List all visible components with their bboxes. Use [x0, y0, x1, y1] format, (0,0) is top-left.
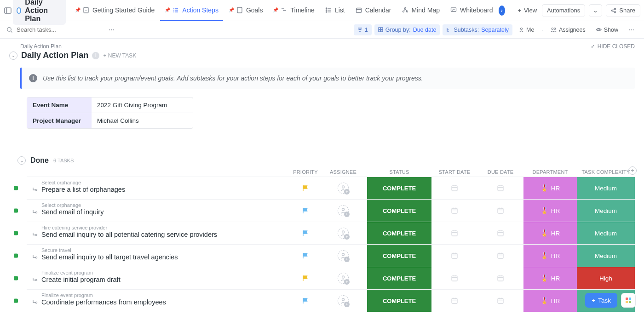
col-department[interactable]: DEPARTMENT	[523, 167, 577, 177]
col-start-date[interactable]: START DATE	[431, 167, 477, 177]
table-row[interactable]: Select orphanage Send email of inquiry C…	[27, 200, 635, 222]
search-more-icon[interactable]: ⋯	[105, 23, 118, 36]
fab-apps-button[interactable]	[621, 293, 636, 308]
status-cell[interactable]: COMPLETE	[367, 290, 431, 312]
status-square-icon	[14, 276, 18, 281]
status-cell[interactable]: COMPLETE	[367, 222, 431, 244]
assignees-chip[interactable]: Assignees	[547, 24, 589, 35]
me-chip[interactable]: Me	[515, 24, 538, 35]
assignee-placeholder-icon	[338, 295, 349, 306]
complexity-cell[interactable]: Medium	[577, 245, 635, 267]
fab-task-button[interactable]: + Task	[585, 293, 617, 308]
status-cell[interactable]: COMPLETE	[367, 245, 431, 267]
tabs-scroll-right-icon[interactable]: ›	[499, 6, 505, 16]
department-cell[interactable]: 🎖️HR	[523, 222, 577, 244]
status-cell[interactable]: COMPLETE	[367, 200, 431, 222]
tab-calendar[interactable]: Calendar	[351, 0, 396, 21]
department-cell[interactable]: 🎖️HR	[523, 177, 577, 199]
due-date-cell[interactable]	[477, 267, 523, 289]
start-date-cell[interactable]	[431, 290, 477, 312]
department-cell[interactable]: 🎖️HR	[523, 200, 577, 222]
hide-closed-button[interactable]: ✓ HIDE CLOSED	[591, 43, 635, 50]
priority-cell[interactable]	[292, 200, 319, 222]
assignee-cell[interactable]	[319, 290, 367, 312]
complexity-cell[interactable]: Medium	[577, 177, 635, 199]
assignee-cell[interactable]	[319, 177, 367, 199]
due-date-cell[interactable]	[477, 222, 523, 244]
department-cell[interactable]: 🎖️HR	[523, 290, 577, 312]
due-date-cell[interactable]	[477, 200, 523, 222]
assignee-cell[interactable]	[319, 245, 367, 267]
sidebar-toggle-icon[interactable]	[4, 4, 12, 17]
tab-getting-started[interactable]: 📌 Getting Started Guide	[70, 0, 159, 21]
share-button[interactable]: Share	[606, 4, 640, 17]
tab-action-steps[interactable]: 📌 Action Steps	[160, 0, 223, 21]
status-cell[interactable]: COMPLETE	[367, 267, 431, 289]
collapse-section-icon[interactable]: ⌄	[9, 52, 17, 60]
svg-rect-58	[498, 208, 503, 213]
assignee-cell[interactable]	[319, 222, 367, 244]
priority-cell[interactable]	[292, 267, 319, 289]
show-chip[interactable]: Show	[592, 24, 622, 35]
more-options-icon[interactable]: ⋯	[625, 23, 638, 36]
collapse-group-icon[interactable]: ⌄	[17, 156, 26, 165]
tab-whiteboard[interactable]: Whiteboard	[445, 0, 498, 21]
table-row[interactable]: Hire catering service provider Send emai…	[27, 222, 635, 245]
new-task-link[interactable]: + NEW TASK	[103, 52, 136, 59]
assignee-cell[interactable]	[319, 267, 367, 289]
complexity-cell[interactable]: High	[577, 267, 635, 289]
priority-cell[interactable]	[292, 245, 319, 267]
groupby-chip[interactable]: Group by: Due date	[374, 24, 440, 35]
chevron-down-icon: ⌄	[593, 7, 598, 14]
start-date-cell[interactable]	[431, 245, 477, 267]
due-date-cell[interactable]	[477, 177, 523, 199]
table-row[interactable]: Finalize event program Coordinate perfor…	[27, 290, 635, 312]
list-title-chip[interactable]: Daily Action Plan	[13, 0, 66, 25]
table-row[interactable]: Select orphanage Prepare a list of orpha…	[27, 177, 635, 200]
automations-dropdown[interactable]: ⌄	[589, 4, 602, 17]
table-row[interactable]: Secure travel Send email inquiry to all …	[27, 245, 635, 267]
new-task-row[interactable]: + New task	[27, 312, 635, 315]
info-icon[interactable]: i	[92, 52, 99, 59]
status-cell[interactable]: COMPLETE	[367, 177, 431, 199]
parent-task-label[interactable]: Finalize event program	[32, 292, 93, 298]
complexity-cell[interactable]: Medium	[577, 200, 635, 222]
add-column-icon[interactable]: +	[628, 166, 637, 175]
start-date-cell[interactable]	[431, 267, 477, 289]
due-date-cell[interactable]	[477, 245, 523, 267]
start-date-cell[interactable]	[431, 200, 477, 222]
subtasks-chip[interactable]: Subtasks: Separately	[443, 24, 512, 35]
col-assignee[interactable]: ASSIGNEE	[319, 167, 367, 177]
complexity-cell[interactable]: Medium	[577, 222, 635, 244]
medal-icon: 🎖️	[540, 252, 548, 259]
priority-cell[interactable]	[292, 290, 319, 312]
tab-goals[interactable]: 📌 Goals	[224, 0, 268, 21]
department-cell[interactable]: 🎖️HR	[523, 245, 577, 267]
tab-mind-map[interactable]: Mind Map	[397, 0, 444, 21]
parent-task-label[interactable]: Finalize event program	[32, 270, 93, 275]
add-view-button[interactable]: + View	[513, 4, 542, 17]
col-due-date[interactable]: DUE DATE	[477, 167, 523, 177]
col-complexity[interactable]: TASK COMPLEXITY	[577, 167, 635, 177]
search-input[interactable]	[17, 26, 99, 33]
plus-icon: +	[518, 7, 522, 14]
department-cell[interactable]: 🎖️HR	[523, 267, 577, 289]
parent-task-label[interactable]: Hire catering service provider	[32, 225, 107, 230]
table-row[interactable]: Finalize event program Create initial pr…	[27, 267, 635, 290]
automations-button[interactable]: Automations	[542, 4, 585, 17]
start-date-cell[interactable]	[431, 222, 477, 244]
parent-task-label[interactable]: Secure travel	[32, 247, 71, 253]
breadcrumb[interactable]: Daily Action Plan	[20, 43, 62, 50]
parent-task-label[interactable]: Select orphanage	[32, 202, 81, 208]
priority-cell[interactable]	[292, 222, 319, 244]
parent-task-label[interactable]: Select orphanage	[32, 180, 81, 185]
tab-timeline[interactable]: 📌 Timeline	[268, 0, 319, 21]
filter-count-chip[interactable]: 1	[354, 24, 372, 35]
start-date-cell[interactable]	[431, 177, 477, 199]
due-date-cell[interactable]	[477, 290, 523, 312]
tab-list[interactable]: List	[320, 0, 350, 21]
priority-cell[interactable]	[292, 177, 319, 199]
assignee-cell[interactable]	[319, 200, 367, 222]
col-status[interactable]: STATUS	[367, 167, 431, 177]
col-priority[interactable]: PRIORITY	[292, 167, 319, 177]
